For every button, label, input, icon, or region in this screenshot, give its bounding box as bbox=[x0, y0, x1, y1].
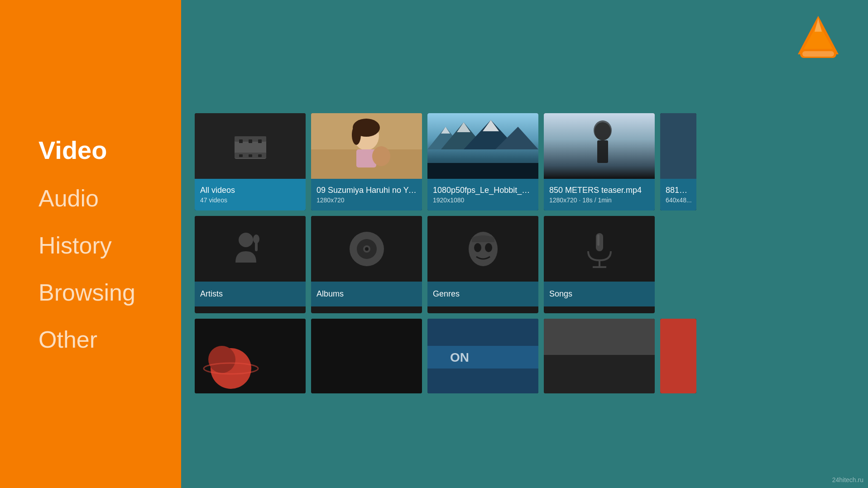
card-title: Artists bbox=[200, 289, 300, 299]
card-sub: 640x48... bbox=[666, 196, 691, 204]
card-sub: 1280x720 · 18s / 1min bbox=[549, 196, 649, 204]
card-partial-video[interactable] bbox=[660, 319, 696, 393]
card-sub: 1920x1080 bbox=[433, 196, 533, 204]
card-title: 850 METERS teaser.mp4 bbox=[549, 186, 649, 195]
card-title: 1080p50fps_Le_Hobbit_La_d... bbox=[433, 186, 533, 195]
sidebar-item-video[interactable]: Video bbox=[38, 125, 181, 175]
card-hobbit[interactable]: 1080p50fps_Le_Hobbit_La_d... 1920x1080 bbox=[427, 113, 538, 211]
film-icon bbox=[232, 128, 269, 164]
card-850meters[interactable]: 850 METERS teaser.mp4 1280x720 · 18s / 1… bbox=[544, 113, 655, 211]
svg-point-43 bbox=[485, 243, 492, 252]
card-title: Albums bbox=[317, 289, 417, 299]
card-artists[interactable]: Artists bbox=[195, 216, 306, 313]
svg-text:ON: ON bbox=[450, 350, 469, 364]
sidebar-item-history[interactable]: History bbox=[38, 222, 181, 269]
card-dark-video[interactable] bbox=[311, 319, 422, 393]
space-thumbnail bbox=[195, 319, 306, 393]
card-songs[interactable]: Songs bbox=[544, 216, 655, 313]
disc-icon bbox=[346, 229, 387, 269]
svg-rect-32 bbox=[597, 140, 608, 163]
grey-thumbnail bbox=[544, 319, 655, 393]
card-albums[interactable]: Albums bbox=[311, 216, 422, 313]
svg-rect-53 bbox=[427, 346, 538, 368]
svg-point-42 bbox=[474, 243, 481, 252]
watermark: 24hitech.ru bbox=[832, 476, 863, 483]
vlc-logo bbox=[796, 14, 841, 63]
svg-rect-7 bbox=[239, 139, 243, 143]
audio-row: Artists Albums bbox=[195, 216, 868, 313]
mask-icon bbox=[463, 229, 504, 269]
svg-rect-11 bbox=[239, 154, 243, 157]
svg-point-40 bbox=[365, 247, 369, 251]
svg-point-33 bbox=[594, 120, 612, 140]
svg-rect-56 bbox=[544, 355, 655, 393]
svg-rect-13 bbox=[249, 154, 252, 157]
sidebar-item-other[interactable]: Other bbox=[38, 316, 181, 363]
card-title: All videos bbox=[200, 186, 300, 195]
svg-rect-12 bbox=[258, 154, 262, 157]
artist-icon bbox=[230, 226, 271, 272]
sidebar: Video Audio History Browsing Other bbox=[0, 0, 181, 488]
svg-rect-8 bbox=[258, 139, 262, 143]
card-title: 09 Suzumiya Haruhi no Yuuut... bbox=[317, 186, 417, 195]
svg-point-20 bbox=[372, 146, 390, 166]
more-videos-row: ON bbox=[195, 319, 868, 393]
850-thumbnail bbox=[544, 113, 655, 179]
svg-point-35 bbox=[253, 234, 259, 244]
card-all-videos[interactable]: All videos 47 videos bbox=[195, 113, 306, 211]
blue-thumbnail: ON bbox=[427, 319, 538, 393]
card-title: 8817-... bbox=[666, 186, 691, 195]
hobbit-thumbnail bbox=[427, 113, 538, 179]
anime-thumbnail bbox=[311, 113, 422, 179]
card-sub: 47 videos bbox=[200, 196, 300, 204]
svg-rect-29 bbox=[427, 163, 538, 179]
card-genres[interactable]: Genres bbox=[427, 216, 538, 313]
sidebar-item-browsing[interactable]: Browsing bbox=[38, 269, 181, 316]
card-title: Songs bbox=[549, 289, 649, 299]
card-space[interactable] bbox=[195, 319, 306, 393]
card-grey-video[interactable] bbox=[544, 319, 655, 393]
main-content: All videos 47 videos bbox=[181, 0, 868, 488]
svg-point-36 bbox=[239, 233, 253, 247]
svg-point-50 bbox=[208, 346, 235, 373]
card-title: Genres bbox=[433, 289, 533, 299]
grid-container: All videos 47 videos bbox=[195, 113, 868, 488]
svg-rect-47 bbox=[597, 234, 599, 246]
card-suzumiya[interactable]: 09 Suzumiya Haruhi no Yuuut... 1280x720 bbox=[311, 113, 422, 211]
svg-point-18 bbox=[352, 125, 361, 145]
video-row: All videos 47 videos bbox=[195, 113, 868, 211]
card-sub: 1280x720 bbox=[317, 196, 417, 204]
mic-icon bbox=[579, 226, 620, 272]
sidebar-item-audio[interactable]: Audio bbox=[38, 175, 181, 222]
card-blue-video[interactable]: ON bbox=[427, 319, 538, 393]
svg-rect-9 bbox=[249, 139, 252, 143]
svg-rect-4 bbox=[802, 51, 834, 57]
card-8817[interactable]: 8817-... 640x48... bbox=[660, 113, 696, 211]
